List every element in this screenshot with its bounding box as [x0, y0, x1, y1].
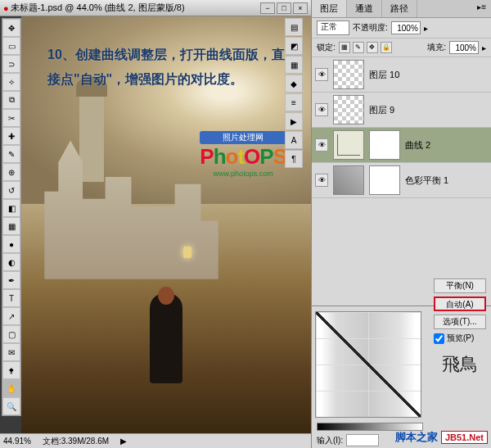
history-brush-icon[interactable]: ↺	[2, 181, 20, 199]
layer-row[interactable]: 👁 图层 10	[312, 57, 491, 93]
watermark-badge: JB51.Net	[441, 431, 488, 444]
maximize-button[interactable]: □	[277, 2, 291, 14]
mask-thumb	[369, 165, 400, 195]
visibility-icon[interactable]: 👁	[315, 68, 328, 81]
lasso-tool-icon[interactable]: ⊃	[2, 55, 20, 73]
fill-arrow-icon[interactable]: ▸	[482, 43, 486, 52]
zoom-tool-icon[interactable]: 🔍	[2, 397, 20, 415]
panel-tabs: 图层 通道 路径 ▸≡	[312, 0, 491, 18]
doc-title: 未标题-1.psd @ 44.0% (曲线 2, 图层蒙版/8)	[11, 2, 185, 14]
move-tool-icon[interactable]: ✥	[2, 19, 20, 37]
tab-channels[interactable]: 通道	[347, 0, 382, 17]
color-panel-icon[interactable]: ◩	[285, 37, 303, 55]
auto-button[interactable]: 自动(A)	[434, 296, 486, 311]
visibility-icon[interactable]: 👁	[315, 103, 328, 116]
layer-name: 色彩平衡 1	[405, 174, 448, 187]
stamp-tool-icon[interactable]: ⊕	[2, 163, 20, 181]
close-button[interactable]: ×	[293, 2, 308, 14]
curves-input-field[interactable]	[346, 434, 379, 446]
layer-thumb	[333, 60, 364, 89]
input-label: 输入(I):	[317, 435, 343, 446]
opacity-arrow-icon[interactable]: ▸	[424, 24, 428, 33]
layers-list: 👁 图层 10 👁 图层 9 👁 曲线 2 👁 色彩平衡 1	[312, 57, 491, 305]
minimize-button[interactable]: −	[260, 2, 275, 14]
opacity-input[interactable]	[391, 21, 421, 34]
eraser-tool-icon[interactable]: ◧	[2, 199, 20, 217]
actions-panel-icon[interactable]: ▶	[285, 112, 303, 130]
tutorial-caption: 10、创建曲线调整层，打开曲线面版，直接点"自动"，增强图片的对比度。	[47, 43, 295, 93]
watermark-text: 脚本之家	[395, 430, 438, 445]
eyedrop-tool-icon[interactable]: ⧪	[2, 361, 20, 379]
brush-tool-icon[interactable]: ✎	[2, 145, 20, 163]
shape-tool-icon[interactable]: ▢	[2, 325, 20, 343]
visibility-icon[interactable]: 👁	[315, 174, 328, 187]
lock-transparent-icon[interactable]: ▦	[339, 42, 350, 53]
crop-tool-icon[interactable]: ⧉	[2, 91, 20, 109]
char-panel-icon[interactable]: A	[285, 131, 303, 149]
layer-name: 曲线 2	[405, 139, 430, 152]
preview-checkbox[interactable]	[434, 333, 444, 344]
swatch-panel-icon[interactable]: ▦	[285, 56, 303, 74]
photops-logo: 照片处理网 PhotOPS www.photops.com	[200, 131, 286, 178]
lock-row: 锁定: ▦ ✎ ✥ 🔒 填充: ▸	[312, 38, 491, 57]
heal-tool-icon[interactable]: ✚	[2, 127, 20, 145]
gradient-tool-icon[interactable]: ▦	[2, 217, 20, 235]
preview-label: 预览(P)	[447, 333, 474, 344]
nav-panel-icon[interactable]: ▤	[285, 18, 303, 36]
tab-paths[interactable]: 路径	[382, 0, 417, 17]
left-toolbar: ✥ ▭ ⊃ ✧ ⧉ ✂ ✚ ✎ ⊕ ↺ ◧ ▦ ● ◐ ✒ T ↗ ▢ ✉ ⧪ …	[2, 18, 21, 416]
mask-thumb	[369, 130, 400, 160]
dodge-tool-icon[interactable]: ◐	[2, 253, 20, 271]
options-button[interactable]: 选项(T)...	[434, 315, 486, 329]
blend-mode-select[interactable]: 正常	[317, 20, 349, 35]
fill-input[interactable]	[449, 41, 479, 54]
layer-row[interactable]: 👁 曲线 2	[312, 128, 491, 163]
adjustment-thumb	[333, 165, 364, 195]
para-panel-icon[interactable]: ¶	[285, 150, 303, 168]
marquee-tool-icon[interactable]: ▭	[2, 37, 20, 55]
layer-name: 图层 10	[369, 69, 399, 81]
title-bar: ● 未标题-1.psd @ 44.0% (曲线 2, 图层蒙版/8) − □ ×	[0, 0, 311, 16]
balance-button[interactable]: 平衡(N)	[434, 278, 486, 293]
adjustment-thumb	[333, 130, 364, 160]
tab-layers[interactable]: 图层	[312, 0, 347, 17]
lock-all-icon[interactable]: 🔒	[381, 42, 392, 53]
lock-move-icon[interactable]: ✥	[367, 42, 378, 53]
type-tool-icon[interactable]: T	[2, 289, 20, 307]
lock-paint-icon[interactable]: ✎	[353, 42, 364, 53]
doc-size: 文档:3.39M/28.6M	[43, 436, 109, 447]
blur-tool-icon[interactable]: ●	[2, 235, 20, 253]
hand-tool-icon[interactable]: ✋	[2, 379, 20, 397]
zoom-level: 44.91%	[3, 437, 31, 446]
pen-tool-icon[interactable]: ✒	[2, 271, 20, 289]
blend-row: 正常 不透明度: ▸	[312, 18, 491, 38]
wand-tool-icon[interactable]: ✧	[2, 73, 20, 91]
curves-buttons: 平衡(N) 自动(A) 选项(T)... 预览(P) 飛鳥	[434, 278, 486, 377]
mid-toolbar: ▤ ◩ ▦ ◆ ≡ ▶ A ¶	[285, 18, 306, 168]
panel-menu-icon[interactable]: ▸≡	[472, 0, 491, 17]
status-bar: 44.91% 文档:3.39M/28.6M ▶	[0, 433, 311, 448]
signature: 飛鳥	[434, 352, 486, 377]
styles-panel-icon[interactable]: ◆	[285, 75, 303, 93]
visibility-icon[interactable]: 👁	[315, 138, 328, 152]
watermark: 脚本之家 JB51.Net	[395, 430, 488, 445]
notes-tool-icon[interactable]: ✉	[2, 343, 20, 361]
modified-dot: ●	[3, 3, 9, 13]
layer-row[interactable]: 👁 图层 9	[312, 93, 491, 128]
layer-name: 图层 9	[369, 104, 394, 116]
canvas[interactable]: 10、创建曲线调整层，打开曲线面版，直接点"自动"，增强图片的对比度。 照片处理…	[21, 16, 311, 433]
opacity-label: 不透明度:	[353, 22, 388, 34]
layer-row[interactable]: 👁 色彩平衡 1	[312, 163, 491, 198]
fill-label: 填充:	[427, 42, 446, 53]
lock-label: 锁定:	[317, 42, 336, 53]
layer-thumb	[333, 95, 364, 124]
path-tool-icon[interactable]: ↗	[2, 307, 20, 325]
history-panel-icon[interactable]: ≡	[285, 93, 303, 111]
status-arrow-icon[interactable]: ▶	[120, 437, 127, 446]
curves-graph[interactable]	[315, 311, 421, 418]
slice-tool-icon[interactable]: ✂	[2, 109, 20, 127]
